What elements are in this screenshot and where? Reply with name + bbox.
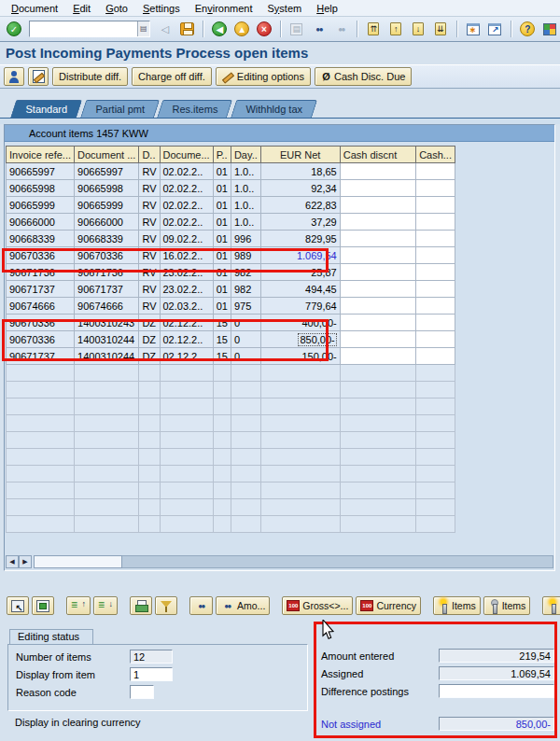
cell-cash-discount[interactable] <box>340 231 415 247</box>
cell-cash-discount[interactable] <box>340 247 415 264</box>
cell-doc-type[interactable]: RV <box>139 163 160 180</box>
select-open-items-button[interactable] <box>4 67 24 86</box>
cell-eur-net[interactable]: 829,95 <box>260 231 340 247</box>
tab-standard[interactable]: Standard <box>10 100 82 119</box>
first-page-button[interactable]: ⇈ <box>363 19 384 39</box>
cell-invoice-ref[interactable]: 90671737 <box>7 281 75 298</box>
cell-eur-net[interactable]: 400,00- <box>260 315 340 331</box>
cell-document-date[interactable]: 09.02.2.. <box>160 231 213 247</box>
help-button[interactable]: ? <box>517 19 538 39</box>
find-amount-button[interactable]: Amo... <box>216 596 270 615</box>
cell-doc-type[interactable]: RV <box>139 214 160 231</box>
cell-posting-key[interactable]: 15 <box>213 331 231 348</box>
deactivate-items-button[interactable]: Items <box>483 596 531 615</box>
table-row[interactable]: 9067033690670336RV16.02.2..019891.069,54 <box>7 247 455 264</box>
cell-cash-discount[interactable] <box>340 264 415 281</box>
cell-doc-type[interactable]: DZ <box>139 331 160 348</box>
cell-cash-discount[interactable] <box>340 197 415 214</box>
cell-eur-net[interactable]: 622,83 <box>260 197 340 214</box>
cell-doc-type[interactable]: RV <box>139 247 160 264</box>
table-row[interactable]: 906703361400310244DZ02.12.2..150850,00- <box>7 331 455 348</box>
cell-cash-disc-amount[interactable] <box>416 298 455 315</box>
table-row[interactable]: 9067466690674666RV02.03.2..01975779,64 <box>7 298 455 315</box>
cell-cash-disc-amount[interactable] <box>416 315 455 331</box>
editing-options-button[interactable]: Editing options <box>216 67 311 86</box>
amount-entered-field[interactable] <box>439 649 554 663</box>
select-block-button[interactable] <box>32 596 54 615</box>
scroll-left-icon[interactable]: ◀ <box>6 555 19 568</box>
cell-posting-key[interactable]: 01 <box>213 214 231 231</box>
cell-days[interactable]: 0 <box>231 315 260 331</box>
column-header-p[interactable]: P.. <box>213 147 231 163</box>
cell-posting-key[interactable]: 01 <box>213 298 231 315</box>
select-item-button[interactable] <box>7 596 29 615</box>
cell-doc-type[interactable]: DZ <box>139 348 160 365</box>
reason-code-field[interactable] <box>130 685 154 699</box>
charge-off-diff-button[interactable]: Charge off diff. <box>132 67 212 86</box>
tab-partial-pmt[interactable]: Partial pmt <box>79 100 159 119</box>
cell-days[interactable]: 1.0.. <box>231 197 260 214</box>
cell-eur-net[interactable]: 779,64 <box>260 298 340 315</box>
find-button[interactable] <box>309 19 329 39</box>
table-row[interactable]: 9066599890665998RV02.02.2..011.0..92,34 <box>7 180 455 197</box>
table-row[interactable]: 9066833990668339RV09.02.2..01996829,95 <box>7 231 455 247</box>
cell-days[interactable]: 1.0.. <box>231 163 260 180</box>
last-page-button[interactable]: ⇊ <box>430 19 451 39</box>
cell-invoice-ref[interactable]: 90665997 <box>7 163 75 180</box>
cell-document-date[interactable]: 02.12.2.. <box>160 348 213 365</box>
table-row[interactable]: 9066600090666000RV02.02.2..011.0..37,29 <box>7 214 455 231</box>
cell-doc-type[interactable]: RV <box>139 231 160 247</box>
filter-button[interactable] <box>155 596 177 615</box>
cell-cash-discount[interactable] <box>340 331 415 348</box>
cell-document-number[interactable]: 90665997 <box>75 163 139 180</box>
cancel-button[interactable]: × <box>254 19 274 39</box>
cell-document-date[interactable]: 02.02.2.. <box>160 163 213 180</box>
cell-document-date[interactable]: 02.12.2.. <box>160 331 213 348</box>
cell-cash-discount[interactable] <box>340 315 415 331</box>
cell-posting-key[interactable]: 15 <box>213 348 231 365</box>
cell-posting-key[interactable]: 01 <box>213 180 231 197</box>
cell-doc-type[interactable]: RV <box>139 180 160 197</box>
cell-eur-net[interactable]: 37,29 <box>260 214 340 231</box>
cell-days[interactable]: 982 <box>231 281 260 298</box>
cell-invoice-ref[interactable]: 90670336 <box>7 331 75 348</box>
column-header-cashdiscnt[interactable]: Cash discnt <box>340 147 415 163</box>
scroll-right-icon[interactable]: ▶ <box>19 555 32 568</box>
number-of-items-field[interactable] <box>130 650 173 664</box>
cell-document-number[interactable]: 90671736 <box>75 264 139 281</box>
cell-document-number[interactable]: 90668339 <box>75 231 139 247</box>
menu-item-environment[interactable]: Environment <box>188 2 260 15</box>
column-header-eurnet[interactable]: EUR Net <box>260 147 340 163</box>
cell-document-number[interactable]: 90670336 <box>75 247 139 264</box>
menu-item-help[interactable]: Help <box>309 2 345 15</box>
cell-days[interactable]: 989 <box>231 247 260 264</box>
cell-cash-disc-amount[interactable] <box>416 180 455 197</box>
cell-days[interactable]: 0 <box>231 331 260 348</box>
find-button[interactable] <box>189 596 213 615</box>
cell-invoice-ref[interactable]: 90671737 <box>7 348 75 365</box>
find-next-button[interactable] <box>331 19 352 39</box>
cell-doc-type[interactable]: DZ <box>139 315 160 331</box>
cell-posting-key[interactable]: 01 <box>213 264 231 281</box>
cell-cash-disc-amount[interactable] <box>416 163 455 180</box>
cell-cash-discount[interactable] <box>340 214 415 231</box>
cell-invoice-ref[interactable]: 90665998 <box>7 180 75 197</box>
cell-invoice-ref[interactable]: 90665999 <box>7 197 75 214</box>
cell-document-date[interactable]: 02.02.2.. <box>160 214 213 231</box>
cell-document-number[interactable]: 90671737 <box>75 281 139 298</box>
sort-descending-button[interactable] <box>93 596 118 615</box>
gross-net-button[interactable]: 100Gross<>... <box>282 596 353 615</box>
save-button[interactable] <box>177 19 198 39</box>
table-row[interactable]: 9066599790665997RV02.02.2..011.0..18,65 <box>7 163 455 180</box>
cell-cash-disc-amount[interactable] <box>416 348 455 365</box>
exit-button[interactable]: ▲ <box>231 19 252 39</box>
column-header-d[interactable]: D.. <box>139 147 160 163</box>
cell-cash-discount[interactable] <box>340 348 415 365</box>
cell-document-number[interactable]: 90674666 <box>75 298 139 315</box>
column-header-day[interactable]: Day.. <box>231 147 260 163</box>
enter-button[interactable]: ✓ <box>4 19 24 39</box>
cell-doc-type[interactable]: RV <box>139 298 160 315</box>
cell-eur-net[interactable]: 1.069,54 <box>260 247 340 264</box>
cell-invoice-ref[interactable]: 90670336 <box>7 315 75 331</box>
cell-cash-disc-amount[interactable] <box>416 214 455 231</box>
